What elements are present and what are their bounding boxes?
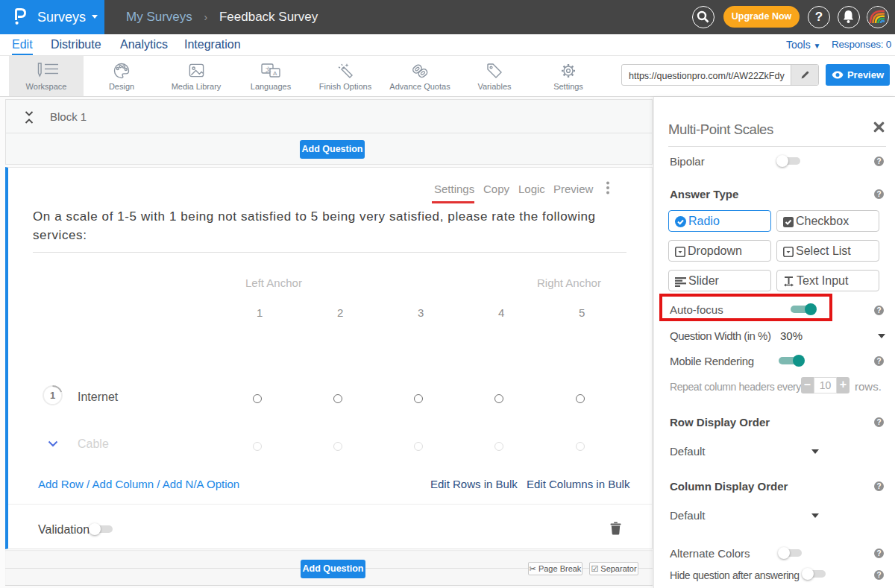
- svg-text:A: A: [273, 70, 277, 77]
- svg-text:文: 文: [266, 66, 271, 73]
